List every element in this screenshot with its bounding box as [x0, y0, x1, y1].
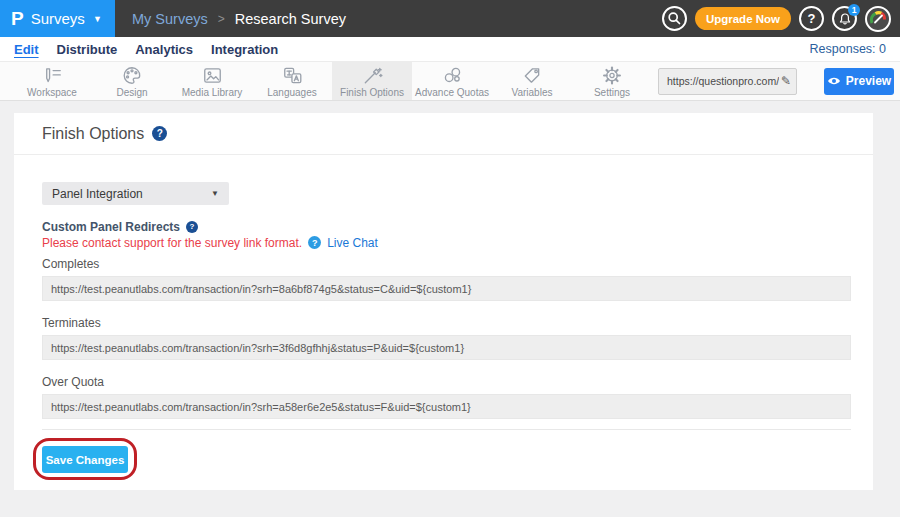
product-switcher[interactable]: P Surveys ▼ — [0, 0, 115, 37]
finish-options-panel: Finish Options ? Panel Integration ▼ Cus… — [14, 113, 873, 490]
footer-divider — [42, 429, 851, 430]
notifications-bell-icon[interactable]: 1 — [832, 6, 857, 31]
upgrade-now-button[interactable]: Upgrade Now — [695, 7, 791, 30]
completes-label: Completes — [42, 257, 851, 271]
live-chat-help-icon[interactable]: ? — [308, 236, 321, 249]
search-icon[interactable] — [662, 6, 687, 31]
survey-url-field[interactable]: https://questionpro.com/t/A ✎ — [658, 68, 797, 95]
workspace-icon — [41, 66, 63, 85]
toolbar-item-languages[interactable]: Languages — [252, 62, 332, 100]
palette-icon — [122, 66, 142, 85]
tab-edit[interactable]: Edit — [14, 42, 39, 57]
save-row: Save Changes — [42, 446, 851, 473]
tag-icon — [522, 66, 542, 85]
avatar[interactable] — [865, 6, 891, 32]
terminates-input[interactable]: https://test.peanutlabs.com/transaction/… — [42, 335, 851, 360]
top-bar: P Surveys ▼ My Surveys > Research Survey… — [0, 0, 900, 37]
tab-distribute[interactable]: Distribute — [57, 42, 118, 57]
finish-options-help-icon[interactable]: ? — [152, 126, 167, 141]
panel-integration-dropdown[interactable]: Panel Integration ▼ — [42, 182, 229, 205]
notification-count-badge: 1 — [848, 4, 860, 16]
panel-body: Panel Integration ▼ Custom Panel Redirec… — [14, 155, 873, 490]
live-chat-link[interactable]: Live Chat — [327, 236, 378, 250]
breadcrumb-current-survey: Research Survey — [235, 11, 346, 27]
toolbar-item-settings[interactable]: Settings — [572, 62, 652, 100]
completes-input[interactable]: https://test.peanutlabs.com/transaction/… — [42, 276, 851, 301]
gear-icon — [602, 66, 622, 85]
main-content: Finish Options ? Panel Integration ▼ Cus… — [0, 101, 900, 490]
page-title: Finish Options — [42, 125, 144, 143]
survey-url-value: https://questionpro.com/t/A — [667, 75, 779, 87]
tab-integration[interactable]: Integration — [211, 42, 278, 57]
topbar-actions: Upgrade Now ? 1 — [662, 6, 900, 32]
over-quota-label: Over Quota — [42, 375, 851, 389]
magic-wand-icon — [362, 66, 383, 85]
tab-analytics[interactable]: Analytics — [135, 42, 193, 57]
survey-nav: Edit Distribute Analytics Integration Re… — [0, 37, 900, 61]
product-name: Surveys — [31, 10, 85, 27]
breadcrumb-separator: > — [218, 12, 225, 26]
breadcrumb: My Surveys > Research Survey — [132, 11, 346, 27]
toolbar-item-variables[interactable]: Variables — [492, 62, 572, 100]
translate-icon — [282, 66, 303, 85]
custom-panel-redirects-row: Custom Panel Redirects ? — [42, 220, 851, 233]
toolbar-item-design[interactable]: Design — [92, 62, 172, 100]
chain-links-icon — [442, 66, 463, 85]
responses-count: Responses: 0 — [810, 42, 886, 56]
terminates-label: Terminates — [42, 316, 851, 330]
image-icon — [202, 66, 223, 85]
support-warning-text: Please contact support for the survey li… — [42, 236, 302, 250]
toolbar-item-finish-options[interactable]: Finish Options — [332, 62, 412, 100]
dropdown-caret-icon: ▼ — [211, 189, 219, 198]
custom-panel-redirects-help-icon[interactable]: ? — [186, 221, 198, 233]
questionpro-logo-icon: P — [11, 9, 24, 28]
save-changes-button[interactable]: Save Changes — [42, 446, 128, 473]
help-icon[interactable]: ? — [799, 6, 824, 31]
over-quota-input[interactable]: https://test.peanutlabs.com/transaction/… — [42, 394, 851, 419]
toolbar-item-workspace[interactable]: Workspace — [12, 62, 92, 100]
section-title: Custom Panel Redirects — [42, 220, 180, 234]
toolbar-item-advance-quotas[interactable]: Advance Quotas — [412, 62, 492, 100]
panel-header: Finish Options ? — [14, 113, 873, 154]
breadcrumb-my-surveys[interactable]: My Surveys — [132, 11, 208, 27]
preview-button[interactable]: Preview — [824, 68, 894, 95]
edit-toolbar: Workspace Design Media Library Languages… — [0, 61, 900, 101]
toolbar-item-media-library[interactable]: Media Library — [172, 62, 252, 100]
eye-icon — [827, 76, 841, 86]
chevron-down-icon: ▼ — [93, 14, 102, 24]
support-warning-row: Please contact support for the survey li… — [42, 236, 851, 249]
edit-url-pencil-icon[interactable]: ✎ — [781, 74, 791, 88]
